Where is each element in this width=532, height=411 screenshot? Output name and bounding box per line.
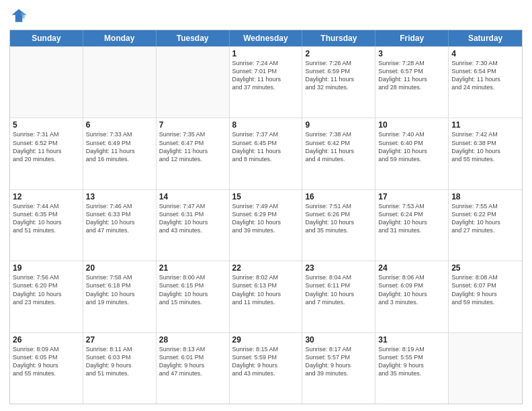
weekday-header: Friday bbox=[375, 30, 449, 46]
cell-info-line: Sunset: 6:29 PM bbox=[232, 210, 300, 218]
cell-info-line: and 12 minutes. bbox=[159, 155, 226, 163]
cell-info-line: Sunset: 6:54 PM bbox=[451, 67, 519, 75]
cell-info-line: Daylight: 10 hours bbox=[232, 290, 300, 298]
calendar-cell: 23Sunrise: 8:04 AMSunset: 6:11 PMDayligh… bbox=[302, 261, 375, 332]
calendar-cell: 3Sunrise: 7:28 AMSunset: 6:57 PMDaylight… bbox=[375, 47, 449, 118]
cell-info-line: and 31 minutes. bbox=[378, 226, 445, 234]
cell-info-line: Sunrise: 8:17 AM bbox=[305, 345, 372, 353]
cell-info-line: Sunset: 5:55 PM bbox=[378, 353, 445, 361]
day-number: 12 bbox=[13, 192, 80, 201]
cell-info-line: Sunset: 6:24 PM bbox=[378, 210, 445, 218]
cell-info-line: and 28 minutes. bbox=[378, 83, 445, 91]
cell-info-line: and 43 minutes. bbox=[159, 226, 226, 234]
cell-info-line: Daylight: 11 hours bbox=[13, 147, 80, 155]
cell-info-line: Daylight: 10 hours bbox=[86, 218, 153, 226]
calendar-cell bbox=[449, 333, 522, 404]
calendar-cell bbox=[83, 47, 157, 118]
cell-info-line: and 37 minutes. bbox=[232, 83, 300, 91]
day-number: 20 bbox=[86, 263, 153, 273]
weekday-header: Wednesday bbox=[230, 30, 303, 46]
calendar-cell: 15Sunrise: 7:49 AMSunset: 6:29 PMDayligh… bbox=[230, 190, 303, 261]
cell-info-line: Sunset: 6:38 PM bbox=[451, 139, 519, 147]
calendar-cell: 12Sunrise: 7:44 AMSunset: 6:35 PMDayligh… bbox=[10, 190, 83, 261]
calendar-cell: 5Sunrise: 7:31 AMSunset: 6:52 PMDaylight… bbox=[10, 118, 83, 189]
calendar-row: 1Sunrise: 7:24 AMSunset: 7:01 PMDaylight… bbox=[10, 46, 522, 118]
cell-info-line: Daylight: 10 hours bbox=[86, 290, 153, 298]
cell-info-line: Sunset: 6:20 PM bbox=[13, 281, 80, 289]
cell-info-line: Daylight: 10 hours bbox=[451, 147, 519, 155]
cell-info-line: Daylight: 9 hours bbox=[232, 361, 300, 369]
cell-info-line: Sunrise: 7:26 AM bbox=[305, 59, 372, 67]
cell-info-line: Sunset: 6:47 PM bbox=[159, 139, 226, 147]
calendar-cell bbox=[10, 47, 83, 118]
calendar-row: 12Sunrise: 7:44 AMSunset: 6:35 PMDayligh… bbox=[10, 189, 522, 261]
cell-info-line: Sunset: 6:18 PM bbox=[86, 281, 153, 289]
weekday-header: Thursday bbox=[302, 30, 375, 46]
calendar-cell: 9Sunrise: 7:38 AMSunset: 6:42 PMDaylight… bbox=[302, 118, 375, 189]
cell-info-line: Sunrise: 7:55 AM bbox=[451, 202, 519, 210]
cell-info-line: Daylight: 11 hours bbox=[305, 75, 372, 83]
page: SundayMondayTuesdayWednesdayThursdayFrid… bbox=[0, 0, 532, 411]
cell-info-line: Sunset: 6:01 PM bbox=[159, 353, 226, 361]
cell-info-line: Sunset: 6:07 PM bbox=[451, 281, 519, 289]
day-number: 4 bbox=[451, 49, 519, 58]
calendar-cell bbox=[157, 47, 230, 118]
cell-info-line: Daylight: 11 hours bbox=[232, 75, 300, 83]
calendar-cell: 22Sunrise: 8:02 AMSunset: 6:13 PMDayligh… bbox=[230, 261, 303, 332]
cell-info-line: Daylight: 11 hours bbox=[451, 75, 519, 83]
day-number: 14 bbox=[159, 192, 226, 201]
day-number: 6 bbox=[86, 120, 153, 130]
cell-info-line: Sunrise: 7:35 AM bbox=[159, 130, 226, 138]
calendar-cell: 27Sunrise: 8:11 AMSunset: 6:03 PMDayligh… bbox=[83, 333, 157, 404]
day-number: 9 bbox=[305, 120, 372, 130]
cell-info-line: Sunset: 6:26 PM bbox=[305, 210, 372, 218]
calendar-row: 5Sunrise: 7:31 AMSunset: 6:52 PMDaylight… bbox=[10, 118, 522, 189]
cell-info-line: Daylight: 9 hours bbox=[13, 361, 80, 369]
cell-info-line: Sunrise: 7:47 AM bbox=[159, 202, 226, 210]
cell-info-line: and 51 minutes. bbox=[13, 226, 80, 234]
logo-icon bbox=[9, 7, 28, 26]
cell-info-line: and 19 minutes. bbox=[86, 298, 153, 306]
cell-info-line: Sunrise: 8:11 AM bbox=[86, 345, 153, 353]
calendar-cell: 31Sunrise: 8:19 AMSunset: 5:55 PMDayligh… bbox=[375, 333, 449, 404]
day-number: 26 bbox=[13, 335, 80, 345]
day-number: 28 bbox=[159, 335, 226, 345]
calendar-cell: 7Sunrise: 7:35 AMSunset: 6:47 PMDaylight… bbox=[157, 118, 230, 189]
cell-info-line: Sunset: 6:03 PM bbox=[86, 353, 153, 361]
calendar-cell: 19Sunrise: 7:56 AMSunset: 6:20 PMDayligh… bbox=[10, 261, 83, 332]
calendar-row: 26Sunrise: 8:09 AMSunset: 6:05 PMDayligh… bbox=[10, 332, 522, 404]
cell-info-line: and 39 minutes. bbox=[305, 369, 372, 377]
calendar-cell: 28Sunrise: 8:13 AMSunset: 6:01 PMDayligh… bbox=[157, 333, 230, 404]
cell-info-line: Sunrise: 8:04 AM bbox=[305, 273, 372, 281]
cell-info-line: and 47 minutes. bbox=[86, 226, 153, 234]
day-number: 13 bbox=[86, 192, 153, 201]
day-number: 31 bbox=[378, 335, 445, 345]
weekday-header: Monday bbox=[83, 30, 157, 46]
cell-info-line: Sunset: 5:57 PM bbox=[305, 353, 372, 361]
cell-info-line: Sunset: 6:59 PM bbox=[305, 67, 372, 75]
day-number: 3 bbox=[378, 49, 445, 58]
cell-info-line: and 32 minutes. bbox=[305, 83, 372, 91]
cell-info-line: Daylight: 10 hours bbox=[159, 218, 226, 226]
calendar-cell: 17Sunrise: 7:53 AMSunset: 6:24 PMDayligh… bbox=[375, 190, 449, 261]
cell-info-line: Sunset: 6:13 PM bbox=[232, 281, 300, 289]
cell-info-line: Daylight: 9 hours bbox=[86, 361, 153, 369]
cell-info-line: Sunset: 7:01 PM bbox=[232, 67, 300, 75]
cell-info-line: Sunrise: 8:15 AM bbox=[232, 345, 300, 353]
cell-info-line: Daylight: 10 hours bbox=[378, 218, 445, 226]
cell-info-line: and 16 minutes. bbox=[86, 155, 153, 163]
calendar-cell: 14Sunrise: 7:47 AMSunset: 6:31 PMDayligh… bbox=[157, 190, 230, 261]
cell-info-line: Daylight: 10 hours bbox=[378, 290, 445, 298]
cell-info-line: Sunset: 6:33 PM bbox=[86, 210, 153, 218]
cell-info-line: Sunrise: 7:42 AM bbox=[451, 130, 519, 138]
cell-info-line: Sunrise: 7:49 AM bbox=[232, 202, 300, 210]
cell-info-line: Sunrise: 7:31 AM bbox=[13, 130, 80, 138]
cell-info-line: and 24 minutes. bbox=[451, 83, 519, 91]
cell-info-line: and 35 minutes. bbox=[378, 369, 445, 377]
calendar-cell: 24Sunrise: 8:06 AMSunset: 6:09 PMDayligh… bbox=[375, 261, 449, 332]
cell-info-line: Sunset: 6:15 PM bbox=[159, 281, 226, 289]
calendar-cell: 26Sunrise: 8:09 AMSunset: 6:05 PMDayligh… bbox=[10, 333, 83, 404]
day-number: 23 bbox=[305, 263, 372, 273]
calendar-cell: 30Sunrise: 8:17 AMSunset: 5:57 PMDayligh… bbox=[302, 333, 375, 404]
weekday-header: Sunday bbox=[10, 30, 83, 46]
